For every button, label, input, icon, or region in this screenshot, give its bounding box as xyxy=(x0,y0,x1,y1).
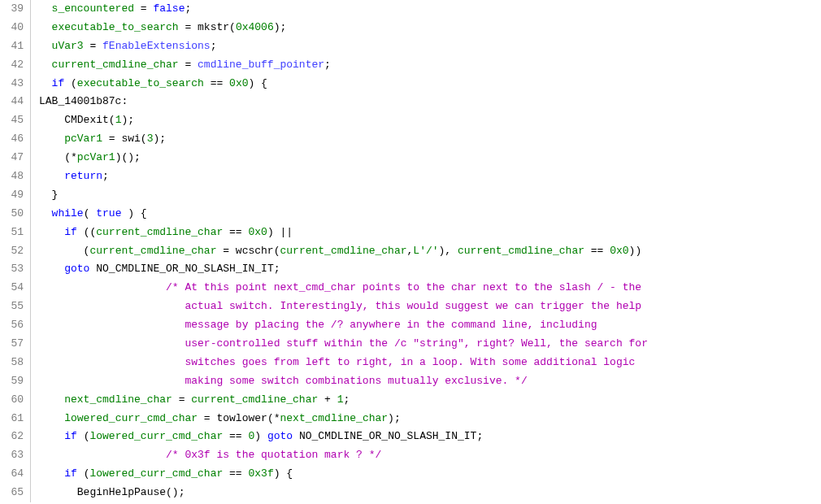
line-number: 58 xyxy=(0,354,31,372)
code-line[interactable]: 62 if (lowered_curr_cmd_char == 0) goto … xyxy=(0,428,821,446)
code-line[interactable]: 47 (*pcVar1)(); xyxy=(0,149,821,167)
code-line[interactable]: 52 (current_cmdline_char = wcschr(curren… xyxy=(0,242,821,261)
code-line[interactable]: 44LAB_14001b87c: xyxy=(0,93,821,111)
token-punct: (* xyxy=(267,412,280,424)
token-punct: ( xyxy=(109,114,115,126)
code-content[interactable]: if ((current_cmdline_char == 0x0) || xyxy=(37,224,821,242)
code-content[interactable]: (current_cmdline_char = wcschr(current_c… xyxy=(37,242,821,261)
token-punct: (); xyxy=(166,486,185,498)
code-line[interactable]: 48 return; xyxy=(0,167,821,186)
code-content[interactable]: user-controlled stuff within the /c "str… xyxy=(37,335,821,354)
token-var: pcVar1 xyxy=(77,151,115,163)
code-content[interactable]: switches goes from left to right, in a l… xyxy=(37,354,821,372)
token-punct: ; xyxy=(324,59,331,71)
code-line[interactable]: 41 uVar3 = fEnableExtensions; xyxy=(0,37,821,56)
line-number: 59 xyxy=(0,372,31,391)
code-content[interactable]: making some switch combinations mutually… xyxy=(37,372,821,391)
code-content[interactable]: pcVar1 = swi(3); xyxy=(37,130,821,149)
token-var: current_cmdline_char xyxy=(191,393,318,406)
code-line[interactable]: 42 current_cmdline_char = cmdline_buff_p… xyxy=(0,56,821,75)
code-content[interactable]: CMDexit(1); xyxy=(37,111,821,130)
code-line[interactable]: 53 goto NO_CMDLINE_OR_NO_SLASH_IN_IT; xyxy=(0,260,821,279)
line-number: 46 xyxy=(0,130,31,149)
code-line[interactable]: 49 } xyxy=(0,186,821,205)
code-content[interactable]: if (lowered_curr_cmd_char == 0) goto NO_… xyxy=(37,428,821,446)
token-kw: false xyxy=(153,2,185,15)
code-line[interactable]: 59 making some switch combinations mutua… xyxy=(0,372,821,391)
gutter-divider xyxy=(31,279,37,298)
code-content[interactable]: lowered_curr_cmd_char = towlower(*next_c… xyxy=(37,410,821,428)
token-label: LAB_14001b87c: xyxy=(39,95,128,107)
token-num: 0x0 xyxy=(248,226,267,238)
token-punct: } xyxy=(52,189,59,201)
token-punct: ( xyxy=(77,467,90,480)
token-func: towlower xyxy=(216,412,267,424)
code-content[interactable]: /* 0x3f is the quotation mark ? */ xyxy=(37,446,821,465)
code-content[interactable]: } xyxy=(37,186,821,205)
token-punct xyxy=(293,430,299,442)
code-line[interactable]: 39 s_encountered = false; xyxy=(0,0,821,19)
code-line[interactable]: 50 while( true ) { xyxy=(0,205,821,224)
token-kw: return xyxy=(64,170,102,182)
line-number: 39 xyxy=(0,0,31,19)
code-content[interactable]: return; xyxy=(37,167,821,186)
code-content[interactable]: BeginHelpPause(); xyxy=(37,484,821,502)
code-content[interactable]: next_cmdline_char = current_cmdline_char… xyxy=(37,391,821,410)
code-line[interactable]: 61 lowered_curr_cmd_char = towlower(*nex… xyxy=(0,410,821,428)
code-content[interactable]: message by placing the /? anywhere in th… xyxy=(37,316,821,335)
code-editor[interactable]: 39 s_encountered = false;40 executable_t… xyxy=(0,0,821,502)
code-line[interactable]: 51 if ((current_cmdline_char == 0x0) || xyxy=(0,224,821,242)
line-number: 45 xyxy=(0,111,31,130)
code-content[interactable]: uVar3 = fEnableExtensions; xyxy=(37,37,821,56)
code-content[interactable]: actual switch. Interestingly, this would… xyxy=(37,298,821,316)
code-line[interactable]: 60 next_cmdline_char = current_cmdline_c… xyxy=(0,391,821,410)
line-number: 43 xyxy=(0,75,31,93)
code-content[interactable]: goto NO_CMDLINE_OR_NO_SLASH_IN_IT; xyxy=(37,260,821,279)
token-kw: if xyxy=(64,226,77,238)
code-content[interactable]: executable_to_search = mkstr(0x4006); xyxy=(37,19,821,37)
token-num: 0x3f xyxy=(248,467,273,480)
code-line[interactable]: 45 CMDexit(1); xyxy=(0,111,821,130)
code-content[interactable]: if (executable_to_search == 0x0) { xyxy=(37,75,821,93)
token-comment: /* 0x3f is the quotation mark ? */ xyxy=(166,449,381,461)
token-punct: ; xyxy=(185,2,191,15)
token-punct: = xyxy=(216,245,235,257)
code-content[interactable]: /* At this point next_cmd_char points to… xyxy=(37,279,821,298)
token-punct: ( xyxy=(84,207,97,219)
token-punct: (* xyxy=(64,151,77,163)
token-punct: = xyxy=(134,2,153,15)
code-content[interactable]: LAB_14001b87c: xyxy=(37,93,821,111)
code-content[interactable]: current_cmdline_char = cmdline_buff_poin… xyxy=(37,56,821,75)
token-punct: )) xyxy=(629,245,642,257)
code-content[interactable]: if (lowered_curr_cmd_char == 0x3f) { xyxy=(37,465,821,484)
code-line[interactable]: 58 switches goes from left to right, in … xyxy=(0,354,821,372)
code-line[interactable]: 57 user-controlled stuff within the /c "… xyxy=(0,335,821,354)
code-line[interactable]: 40 executable_to_search = mkstr(0x4006); xyxy=(0,19,821,37)
code-line[interactable]: 65 BeginHelpPause(); xyxy=(0,484,821,502)
line-number: 60 xyxy=(0,391,31,410)
token-func: wcschr xyxy=(236,245,274,257)
token-punct: ) || xyxy=(267,226,293,238)
token-kw: goto xyxy=(64,263,89,275)
code-content[interactable]: while( true ) { xyxy=(37,205,821,224)
code-line[interactable]: 54 /* At this point next_cmd_char points… xyxy=(0,279,821,298)
code-line[interactable]: 64 if (lowered_curr_cmd_char == 0x3f) { xyxy=(0,465,821,484)
gutter-divider xyxy=(31,19,37,37)
token-punct: (( xyxy=(77,226,96,238)
code-line[interactable]: 46 pcVar1 = swi(3); xyxy=(0,130,821,149)
code-line[interactable]: 56 message by placing the /? anywhere in… xyxy=(0,316,821,335)
token-comment: message by placing the /? anywhere in th… xyxy=(185,319,597,331)
code-content[interactable]: s_encountered = false; xyxy=(37,0,821,19)
code-line[interactable]: 43 if (executable_to_search == 0x0) { xyxy=(0,75,821,93)
line-number: 63 xyxy=(0,446,31,465)
line-number: 47 xyxy=(0,149,31,167)
code-content[interactable]: (*pcVar1)(); xyxy=(37,149,821,167)
line-number: 42 xyxy=(0,56,31,75)
token-kw: if xyxy=(52,77,65,89)
token-punct: ), xyxy=(439,245,458,257)
code-line[interactable]: 55 actual switch. Interestingly, this wo… xyxy=(0,298,821,316)
code-line[interactable]: 63 /* 0x3f is the quotation mark ? */ xyxy=(0,446,821,465)
token-var: s_encountered xyxy=(52,2,134,15)
gutter-divider xyxy=(31,484,37,502)
gutter-divider xyxy=(31,130,37,149)
